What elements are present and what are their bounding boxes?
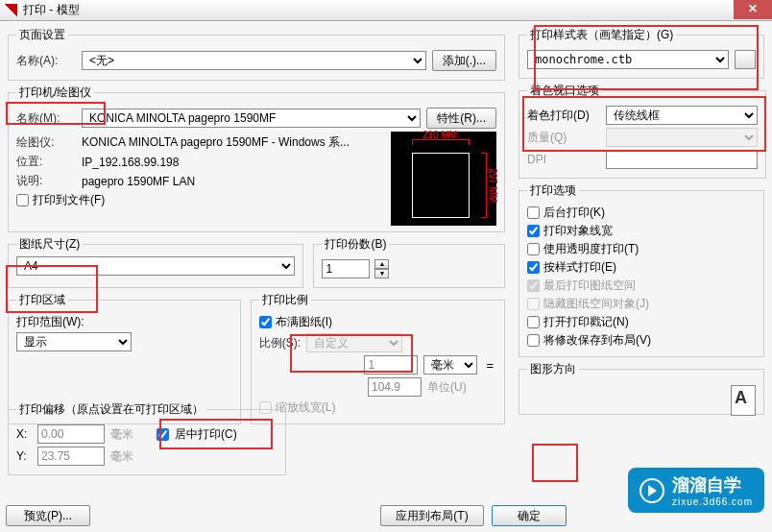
plot-offset-group: 打印偏移（原点设置在可打印区域） X: 毫米 居中打印(C) Y: 毫米 [8,401,286,475]
plot-scale-group: 打印比例 布满图纸(I) 比例(S): 自定义 毫米 = [251,292,505,424]
printer-name-select[interactable]: KONICA MINOLTA pagepro 1590MF [82,109,421,128]
plot-scale-legend: 打印比例 [259,292,311,308]
opt-plot-stamp-label: 打开打印戳记(N) [543,314,629,330]
plot-options-group: 打印选项 后台打印(K) 打印对象线宽 使用透明度打印(T) 按样式打印(E) … [519,182,764,357]
fit-to-paper-label: 布满图纸(I) [276,314,332,330]
close-button[interactable]: ✕ [734,0,772,19]
offset-y-unit: 毫米 [110,448,133,465]
opt-hide-paperspace-label: 隐藏图纸空间对象(J) [543,296,649,312]
app-logo-icon [4,4,17,17]
description-label: 说明: [16,173,76,189]
play-icon [639,478,664,503]
add-page-setup-button[interactable]: 添加(.)... [432,50,496,71]
location-value: IP_192.168.99.198 [82,156,179,169]
opt-plotstyles-checkbox[interactable] [527,261,540,274]
description-value: pagepro 1590MF LAN [82,175,195,188]
fit-to-paper-checkbox[interactable] [259,316,272,328]
quality-label: 质量(Q) [527,130,600,146]
quality-select [606,128,758,147]
plot-style-select[interactable]: monochrome.ctb [527,50,729,69]
shaded-viewport-group: 着色视口选项 着色打印(D) 传统线框 质量(Q) DPI [519,83,766,179]
page-name-label: 名称(A): [16,53,76,69]
orientation-group: 图形方向 A [519,361,764,415]
printer-legend: 打印机/绘图仪 [16,85,94,101]
opt-hide-paperspace-checkbox [527,298,540,310]
opt-plotstyles-label: 按样式打印(E) [543,259,616,276]
scale-select: 自定义 [306,333,402,352]
paper-size-legend: 图纸尺寸(Z) [16,236,83,253]
print-to-file-checkbox[interactable] [16,194,29,206]
printer-name-label: 名称(M): [16,110,76,127]
plot-style-legend: 打印样式表（画笔指定）(G) [527,27,676,43]
opt-lineweights-checkbox[interactable] [527,225,540,237]
opt-plot-stamp-checkbox[interactable] [527,316,540,328]
page-setup-legend: 页面设置 [16,27,68,43]
location-label: 位置: [16,154,76,170]
window-title: 打印 - 模型 [23,2,80,18]
edit-plot-style-button[interactable] [735,50,756,69]
plotter-value: KONICA MINOLTA pagepro 1590MF - Windows … [82,134,350,151]
plot-options-legend: 打印选项 [527,182,579,199]
opt-save-changes-checkbox[interactable] [527,334,540,347]
plot-range-label: 打印范围(W): [16,314,232,330]
dpi-input [606,150,758,169]
plotter-label: 绘图仪: [16,134,76,151]
offset-x-label: X: [16,427,32,441]
printer-properties-button[interactable]: 特性(R)... [426,108,496,129]
opt-background-checkbox[interactable] [527,206,540,219]
paper-size-group: 图纸尺寸(Z) A4 [8,236,303,288]
center-plot-checkbox[interactable] [157,428,169,441]
opt-paperspace-last-checkbox [527,279,540,292]
offset-y-input [37,447,105,466]
copies-input[interactable] [322,259,370,278]
watermark-url: zixue.3d66.com [672,496,753,507]
copies-group: 打印份数(B) ▲▼ [313,236,505,288]
opt-save-changes-label: 将修改保存到布局(V) [543,332,651,349]
offset-y-label: Y: [16,449,32,463]
opt-background-label: 后台打印(K) [543,205,605,221]
scale-label: 比例(S): [259,335,301,351]
scale-denominator-input [368,377,422,397]
offset-x-unit: 毫米 [110,426,133,443]
print-to-file-label: 打印到文件(F) [33,192,105,208]
offset-x-input [37,424,105,444]
equals-icon: = [486,358,494,373]
copies-legend: 打印份数(B) [322,236,389,253]
printer-group: 打印机/绘图仪 名称(M): KONICA MINOLTA pagepro 15… [8,85,505,232]
scale-unit-select[interactable]: 毫米 [423,355,477,375]
opt-transparency-checkbox[interactable] [527,243,540,255]
watermark: 溜溜自学 zixue.3d66.com [628,468,764,513]
paper-preview: 210 MM 297 MM [391,132,496,226]
page-name-select[interactable]: <无> [82,51,426,70]
dialog-body: 页面设置 名称(A): <无> 添加(.)... 打印机/绘图仪 名称(M): … [0,21,772,532]
dpi-label: DPI [527,153,600,166]
plot-area-legend: 打印区域 [16,292,68,308]
watermark-brand: 溜溜自学 [672,473,753,496]
preview-button[interactable]: 预览(P)... [6,505,90,526]
opt-paperspace-last-label: 最后打印图纸空间 [543,278,636,294]
shade-plot-label: 着色打印(D) [527,108,600,124]
center-plot-label: 居中打印(C) [175,426,237,443]
ok-button[interactable]: 确定 [492,505,567,526]
orientation-preview-icon: A [731,385,756,416]
paper-size-select[interactable]: A4 [16,256,295,276]
plot-range-select[interactable]: 显示 [16,332,132,351]
scale-unit-label: 单位(U) [427,379,496,396]
plot-style-group: 打印样式表（画笔指定）(G) monochrome.ctb [519,27,764,79]
titlebar: 打印 - 模型 ✕ [0,0,772,21]
apply-to-layout-button[interactable]: 应用到布局(T) [380,505,484,526]
plot-offset-legend: 打印偏移（原点设置在可打印区域） [16,401,206,418]
opt-lineweights-label: 打印对象线宽 [543,223,613,239]
opt-transparency-label: 使用透明度打印(T) [543,241,639,257]
page-setup-group: 页面设置 名称(A): <无> 添加(.)... [8,27,505,81]
preview-width-label: 210 MM [422,130,457,140]
scale-numerator-input [364,355,418,375]
copies-spinner[interactable]: ▲▼ [374,259,389,278]
orientation-legend: 图形方向 [527,361,579,377]
shaded-viewport-legend: 着色视口选项 [527,83,602,99]
preview-height-label: 297 MM [488,168,498,203]
shade-plot-select[interactable]: 传统线框 [606,106,758,125]
